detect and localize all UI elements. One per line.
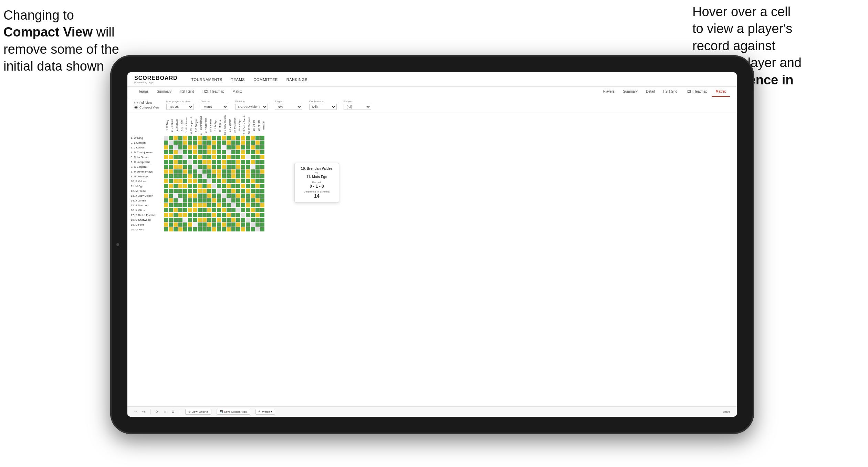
grid-cell[interactable] <box>221 169 226 174</box>
grid-cell[interactable] <box>183 135 188 140</box>
grid-cell[interactable] <box>197 179 202 184</box>
grid-cell[interactable] <box>221 222 226 227</box>
tab-matrix-top[interactable]: Matrix <box>228 87 246 97</box>
grid-cell[interactable] <box>221 145 226 150</box>
grid-cell[interactable] <box>192 217 197 222</box>
grid-cell[interactable] <box>255 208 260 212</box>
grid-cell[interactable] <box>241 145 245 150</box>
grid-cell[interactable] <box>192 155 197 159</box>
grid-cell[interactable] <box>255 179 260 184</box>
grid-cell[interactable] <box>164 179 168 184</box>
grid-cell[interactable] <box>188 184 192 188</box>
grid-cell[interactable] <box>212 217 217 222</box>
grid-cell[interactable] <box>164 193 168 198</box>
grid-cell[interactable] <box>192 150 197 155</box>
grid-cell[interactable] <box>245 222 250 227</box>
grid-cell[interactable] <box>226 212 231 217</box>
watch-btn[interactable]: 👁 Watch ▾ <box>255 409 275 415</box>
grid-cell[interactable] <box>231 188 236 193</box>
tab-detail[interactable]: Detail <box>642 87 659 97</box>
grid-cell[interactable] <box>226 193 231 198</box>
share-btn[interactable]: Share <box>723 410 730 413</box>
full-view-option[interactable]: Full View <box>134 101 159 104</box>
grid-cell[interactable] <box>241 140 245 145</box>
grid-cell[interactable] <box>231 150 236 155</box>
grid-cell[interactable] <box>241 198 245 203</box>
grid-cell[interactable] <box>245 159 250 164</box>
grid-cell[interactable] <box>221 135 226 140</box>
grid-cell[interactable] <box>164 145 168 150</box>
grid-cell[interactable] <box>197 150 202 155</box>
grid-cell[interactable] <box>255 169 260 174</box>
grid-cell[interactable] <box>255 159 260 164</box>
grid-cell[interactable] <box>192 174 197 179</box>
grid-cell[interactable] <box>207 145 212 150</box>
grid-cell[interactable] <box>188 169 192 174</box>
grid-cell[interactable] <box>245 155 250 159</box>
grid-cell[interactable] <box>192 212 197 217</box>
grid-cell[interactable] <box>164 155 168 159</box>
grid-cell[interactable] <box>260 222 265 227</box>
grid-cell[interactable] <box>250 179 255 184</box>
grid-cell[interactable] <box>236 174 241 179</box>
grid-cell[interactable] <box>221 184 226 188</box>
grid-cell[interactable] <box>188 174 192 179</box>
grid-cell[interactable] <box>241 155 245 159</box>
grid-cell[interactable] <box>207 184 212 188</box>
grid-cell[interactable] <box>255 193 260 198</box>
grid-cell[interactable] <box>197 169 202 174</box>
grid-cell[interactable] <box>207 217 212 222</box>
grid-cell[interactable] <box>231 227 236 232</box>
grid-cell[interactable] <box>183 184 188 188</box>
grid-cell[interactable] <box>217 198 221 203</box>
grid-cell[interactable] <box>250 135 255 140</box>
grid-cell[interactable] <box>183 198 188 203</box>
grid-cell[interactable] <box>202 222 207 227</box>
grid-cell[interactable] <box>217 159 221 164</box>
grid-cell[interactable] <box>212 193 217 198</box>
grid-cell[interactable] <box>168 150 173 155</box>
grid-cell[interactable] <box>231 140 236 145</box>
grid-cell[interactable] <box>217 135 221 140</box>
grid-cell[interactable] <box>173 184 178 188</box>
grid-cell[interactable] <box>188 222 192 227</box>
grid-cell[interactable] <box>217 150 221 155</box>
grid-cell[interactable] <box>250 203 255 208</box>
grid-cell[interactable] <box>202 198 207 203</box>
grid-cell[interactable] <box>202 203 207 208</box>
grid-cell[interactable] <box>255 227 260 232</box>
grid-cell[interactable] <box>197 198 202 203</box>
undo-btn[interactable]: ↩ <box>134 410 137 414</box>
grid-cell[interactable] <box>178 164 183 169</box>
grid-cell[interactable] <box>173 212 178 217</box>
grid-cell[interactable] <box>236 212 241 217</box>
grid-cell[interactable] <box>255 145 260 150</box>
grid-cell[interactable] <box>207 159 212 164</box>
grid-cell[interactable] <box>168 159 173 164</box>
grid-cell[interactable] <box>173 159 178 164</box>
save-custom-btn[interactable]: 💾 Save Custom View <box>217 409 250 415</box>
grid-cell[interactable] <box>168 135 173 140</box>
grid-cell[interactable] <box>183 179 188 184</box>
grid-cell[interactable] <box>250 227 255 232</box>
grid-cell[interactable] <box>168 140 173 145</box>
grid-cell[interactable] <box>241 227 245 232</box>
grid-cell[interactable] <box>250 212 255 217</box>
grid-cell[interactable] <box>173 135 178 140</box>
grid-cell[interactable] <box>236 222 241 227</box>
grid-cell[interactable] <box>217 145 221 150</box>
grid-cell[interactable] <box>192 208 197 212</box>
grid-cell[interactable] <box>245 193 250 198</box>
grid-cell[interactable] <box>202 145 207 150</box>
grid-cell[interactable] <box>192 198 197 203</box>
grid-cell[interactable] <box>192 179 197 184</box>
grid-cell[interactable] <box>260 155 265 159</box>
grid-cell[interactable] <box>164 203 168 208</box>
tab-h2h-grid-bottom[interactable]: H2H Grid <box>659 87 682 97</box>
grid-cell[interactable] <box>197 208 202 212</box>
grid-cell[interactable] <box>212 150 217 155</box>
grid-cell[interactable] <box>197 164 202 169</box>
grid-cell[interactable] <box>197 222 202 227</box>
grid-cell[interactable] <box>202 150 207 155</box>
grid-cell[interactable] <box>183 222 188 227</box>
